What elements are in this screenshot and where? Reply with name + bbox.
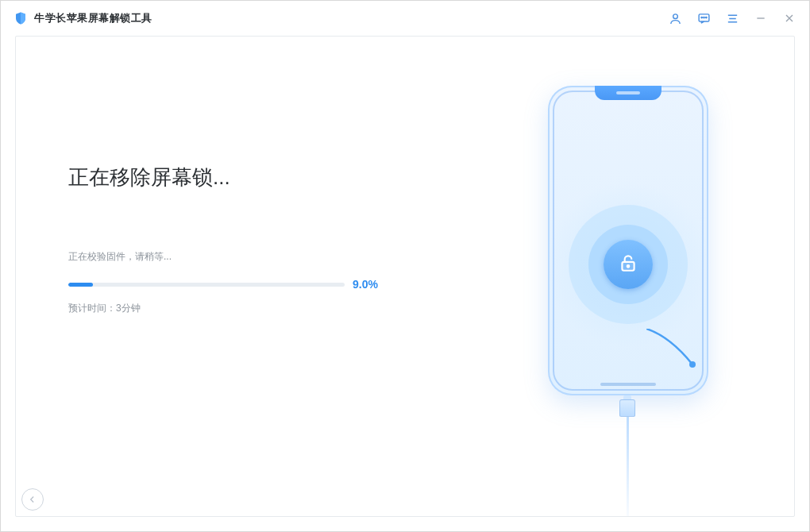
svg-point-0 bbox=[673, 13, 677, 18]
progress-fill bbox=[68, 283, 93, 287]
status-text: 正在校验固件，请稍等... bbox=[68, 250, 461, 264]
app-logo-icon bbox=[14, 11, 28, 25]
main-heading: 正在移除屏幕锁... bbox=[68, 164, 461, 191]
sonar-rings bbox=[545, 181, 712, 348]
sonar-tail-icon bbox=[646, 329, 710, 380]
svg-point-2 bbox=[700, 17, 701, 17]
close-icon[interactable] bbox=[782, 11, 796, 25]
eta-text: 预计时间：3分钟 bbox=[68, 302, 461, 315]
account-icon[interactable] bbox=[668, 11, 682, 25]
phone-notch bbox=[595, 86, 662, 100]
svg-point-6 bbox=[627, 265, 630, 268]
home-indicator bbox=[600, 383, 656, 386]
progress-percent-label: 9.0% bbox=[353, 278, 378, 291]
back-button[interactable] bbox=[21, 488, 44, 511]
svg-point-4 bbox=[705, 17, 706, 17]
illustration-pane bbox=[461, 37, 794, 516]
content-panel: 正在移除屏幕锁... 正在校验固件，请稍等... 9.0% 预计时间：3分钟 bbox=[15, 36, 795, 517]
title-controls bbox=[668, 11, 796, 25]
left-pane: 正在移除屏幕锁... 正在校验固件，请稍等... 9.0% 预计时间：3分钟 bbox=[16, 37, 461, 516]
unlock-icon bbox=[618, 253, 638, 276]
feedback-icon[interactable] bbox=[696, 11, 711, 25]
svg-point-3 bbox=[703, 17, 704, 17]
progress-bar bbox=[68, 283, 345, 287]
titlebar: 牛学长苹果屏幕解锁工具 bbox=[1, 1, 809, 36]
minimize-icon[interactable] bbox=[754, 11, 768, 25]
phone-illustration bbox=[540, 54, 715, 499]
title-left: 牛学长苹果屏幕解锁工具 bbox=[14, 11, 152, 25]
menu-icon[interactable] bbox=[725, 11, 739, 25]
phone-body bbox=[548, 86, 708, 395]
progress-row: 9.0% bbox=[68, 278, 461, 291]
app-title: 牛学长苹果屏幕解锁工具 bbox=[34, 11, 152, 25]
svg-point-7 bbox=[689, 361, 696, 368]
cable-illustration bbox=[619, 395, 635, 517]
